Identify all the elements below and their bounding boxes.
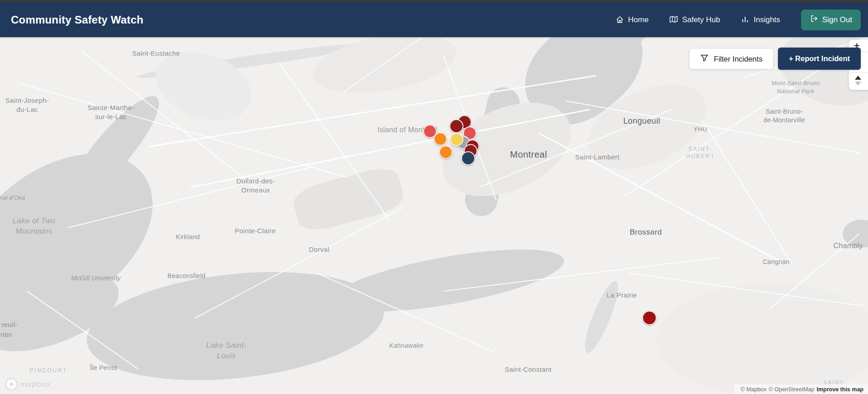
map-place-label: Saint-Bruno- de-Montarville: [763, 107, 805, 125]
window-chrome-strip: [0, 0, 868, 2]
home-icon: [615, 15, 624, 24]
arrow-down-icon[interactable]: [855, 82, 861, 86]
mapbox-logo[interactable]: ✦ mapbox: [5, 378, 51, 390]
map-place-label: Longueuil: [623, 115, 660, 126]
sign-out-button[interactable]: Sign Out: [801, 10, 861, 30]
map-place-label: Carignan: [763, 258, 789, 266]
map-place-label: Brossard: [630, 227, 662, 238]
water-shape: [579, 278, 624, 356]
map-place-label: Pointe-Claire: [235, 226, 276, 235]
nav-item-safety-hub[interactable]: Safety Hub: [669, 15, 720, 24]
bar-chart-icon: [741, 15, 749, 24]
attribution-mapbox-link[interactable]: © Mapbox: [740, 386, 766, 393]
incident-marker-yellow[interactable]: [450, 133, 463, 146]
map-place-label: Lake of Two Mountains: [13, 216, 56, 237]
map-place-label: La Prairie: [606, 291, 637, 300]
map-place-label: Saint-Constant: [505, 365, 551, 374]
improve-map-link[interactable]: Improve this map: [817, 386, 864, 393]
app-header: Community Safety Watch Home Safety Hub I…: [0, 2, 868, 37]
nav-item-label: Safety Hub: [682, 15, 720, 24]
nav-item-home[interactable]: Home: [615, 15, 649, 24]
nav-item-label: Insights: [754, 15, 780, 24]
nav-item-insights[interactable]: Insights: [741, 15, 780, 24]
terrain-patch: [656, 283, 868, 394]
map-place-label: Saint-Lambert: [575, 153, 620, 162]
map-place-label: Dorval: [309, 245, 329, 254]
map-place-label: Chambly: [833, 241, 863, 251]
map-place-label: YHU: [694, 125, 707, 134]
incident-marker-crimson[interactable]: [642, 311, 657, 325]
map-place-label: PINCOURT: [29, 367, 67, 374]
map-place-label: Île Perrot: [90, 364, 117, 372]
map-place-label: Sainte-Marthe- sur-le-Lac: [87, 103, 134, 122]
incident-marker-orange[interactable]: [439, 145, 453, 159]
nav-item-label: Home: [628, 15, 649, 24]
map-place-label: Kirkland: [176, 233, 200, 241]
app-title: Community Safety Watch: [11, 14, 143, 26]
map-place-label: McGill University: [71, 274, 120, 283]
incident-marker-navy[interactable]: [461, 151, 475, 165]
map-attribution: © Mapbox © OpenStreetMap Improve this ma…: [734, 384, 868, 394]
mapbox-wordmark: mapbox: [20, 380, 51, 389]
map-place-label: reuil-: [1, 320, 17, 329]
map-place-label: Kahnawake: [389, 341, 424, 350]
arrow-up-icon[interactable]: [855, 76, 861, 80]
map-canvas[interactable]: Saint-EustacheSaint-Joseph- du-LacSainte…: [0, 37, 868, 394]
incident-marker-darkred[interactable]: [449, 119, 463, 133]
incident-marker-orange[interactable]: [434, 132, 447, 146]
sign-out-icon: [810, 14, 818, 25]
map-place-label: Saint-Joseph- du-Lac: [5, 96, 49, 115]
water-shape: [81, 259, 389, 394]
map-place-label: Mont-Saint-Bruno National Park: [772, 79, 820, 95]
sign-out-label: Sign Out: [822, 15, 852, 24]
map-place-label: rion: [0, 330, 12, 339]
map-icon: [669, 15, 678, 24]
filter-label: Filter Incidents: [714, 55, 762, 63]
map-place-label: SAINT- HUBERT: [686, 145, 715, 160]
terrain-patch: [290, 163, 407, 235]
filter-incidents-button[interactable]: Filter Incidents: [689, 48, 773, 69]
attribution-osm-link[interactable]: © OpenStreetMap: [769, 386, 815, 393]
main-nav: Home Safety Hub Insights Sign Out: [615, 10, 861, 30]
report-incident-button[interactable]: + Report Incident: [778, 48, 861, 70]
map-place-label: nal d'Oka: [0, 194, 25, 202]
map-place-label: Lake Saint- Louis: [206, 341, 246, 361]
map-place-label: Saint-Eustache: [132, 49, 180, 58]
divider: [849, 72, 868, 73]
map-place-label: Dollard-des- Ormeaux: [236, 177, 275, 195]
filter-icon: [700, 54, 709, 64]
mapbox-icon: ✦: [5, 378, 18, 390]
map-place-label: Beaconsfield: [167, 272, 205, 280]
map-place-label: Montreal: [510, 149, 547, 161]
